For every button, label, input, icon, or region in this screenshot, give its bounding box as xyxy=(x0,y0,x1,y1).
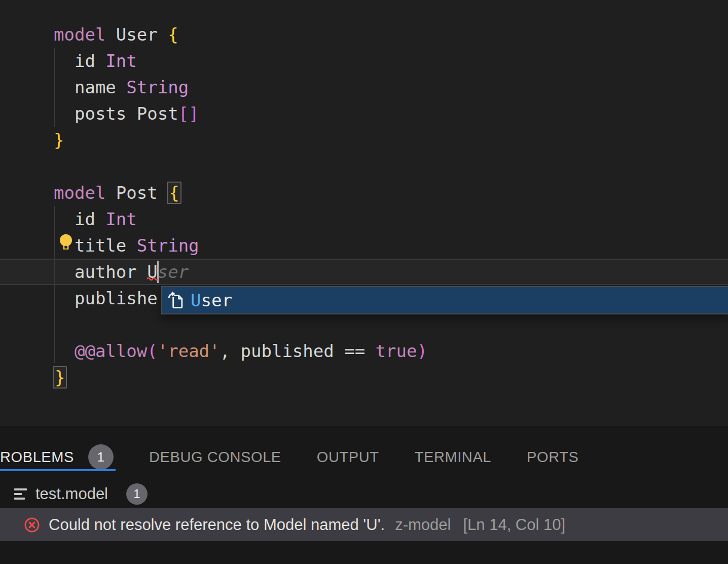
string-read: 'read' xyxy=(158,341,220,361)
keyword-true: true xyxy=(376,341,417,361)
code-line: model User { xyxy=(54,21,178,48)
code-line: @@allow('read', published == true) xyxy=(54,338,427,364)
open-brace-matched: { xyxy=(167,182,181,204)
bottom-panel: ROBLEMS 1 DEBUG CONSOLE OUTPUT TERMINAL … xyxy=(0,426,728,564)
autocomplete-item-user[interactable]: User xyxy=(162,290,232,310)
array-brackets: [] xyxy=(178,103,199,124)
problem-error-row[interactable]: Could not resolve reference to Model nam… xyxy=(0,508,728,541)
code-line: name String xyxy=(54,74,189,100)
field-name: name xyxy=(54,77,126,97)
error-icon xyxy=(23,516,41,534)
type-string: String xyxy=(126,77,189,97)
typed-text-with-error: U xyxy=(147,262,157,282)
error-source: z-model xyxy=(395,516,451,534)
model-name-user: User xyxy=(105,24,168,45)
code-line: publishe xyxy=(54,285,158,311)
suggestion-label: User xyxy=(191,290,232,310)
field-published-partial: publishe xyxy=(54,288,158,308)
field-posts: posts Post xyxy=(54,103,178,124)
code-line: id Int xyxy=(54,206,137,232)
tab-ports[interactable]: PORTS xyxy=(527,449,578,466)
problems-file-name: test.model xyxy=(35,485,108,503)
code-line: posts Post[] xyxy=(54,100,199,127)
code-line: id Int xyxy=(54,48,137,74)
file-problems-count-badge: 1 xyxy=(126,483,148,505)
type-int: Int xyxy=(105,209,136,229)
code-line: model Post { xyxy=(54,180,179,206)
tab-problems[interactable]: ROBLEMS 1 xyxy=(0,444,114,470)
type-string: String xyxy=(137,235,199,256)
vscode-window: model User { id Int name String posts Po… xyxy=(0,0,728,564)
open-paren: ( xyxy=(147,341,157,361)
close-paren: ) xyxy=(417,341,427,361)
tab-terminal[interactable]: TERMINAL xyxy=(415,449,491,466)
type-int: Int xyxy=(105,51,136,71)
reference-icon xyxy=(166,290,187,310)
active-tab-indicator xyxy=(0,469,116,471)
code-line: author User xyxy=(54,259,189,285)
keyword-model: model xyxy=(54,183,105,203)
inline-suggestion-ghost-text: ser xyxy=(158,262,189,282)
close-brace-matched: } xyxy=(53,366,67,389)
open-brace: { xyxy=(168,24,178,45)
error-squiggle xyxy=(147,276,158,281)
error-location: [Ln 14, Col 10] xyxy=(463,516,565,534)
autocomplete-popup: User xyxy=(161,286,728,314)
code-line: } xyxy=(54,364,65,391)
lightbulb-icon[interactable] xyxy=(56,233,76,253)
tab-output[interactable]: OUTPUT xyxy=(317,449,379,466)
problems-count-badge: 1 xyxy=(88,444,114,470)
model-name-post: Post xyxy=(105,183,168,203)
field-id: id xyxy=(54,209,105,229)
keyword-model: model xyxy=(54,24,105,45)
attribute-allow: @@allow xyxy=(75,341,147,361)
problems-file-group[interactable]: test.model 1 xyxy=(0,482,148,506)
code-editor[interactable]: model User { id Int name String posts Po… xyxy=(0,0,728,426)
close-brace: } xyxy=(54,130,64,150)
file-icon xyxy=(14,487,27,501)
panel-tabs: ROBLEMS 1 DEBUG CONSOLE OUTPUT TERMINAL … xyxy=(0,444,578,470)
tab-debug-console[interactable]: DEBUG CONSOLE xyxy=(149,449,281,466)
field-author: author xyxy=(54,262,147,282)
code-line: } xyxy=(54,127,64,153)
field-id: id xyxy=(54,51,105,71)
error-message: Could not resolve reference to Model nam… xyxy=(49,516,385,534)
